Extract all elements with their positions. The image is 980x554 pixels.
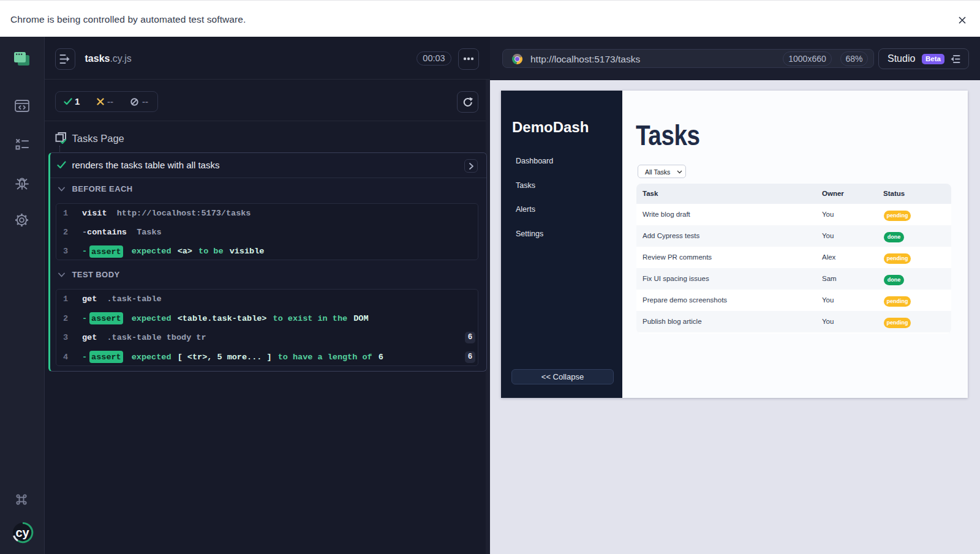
svg-text:cy: cy <box>16 526 30 539</box>
